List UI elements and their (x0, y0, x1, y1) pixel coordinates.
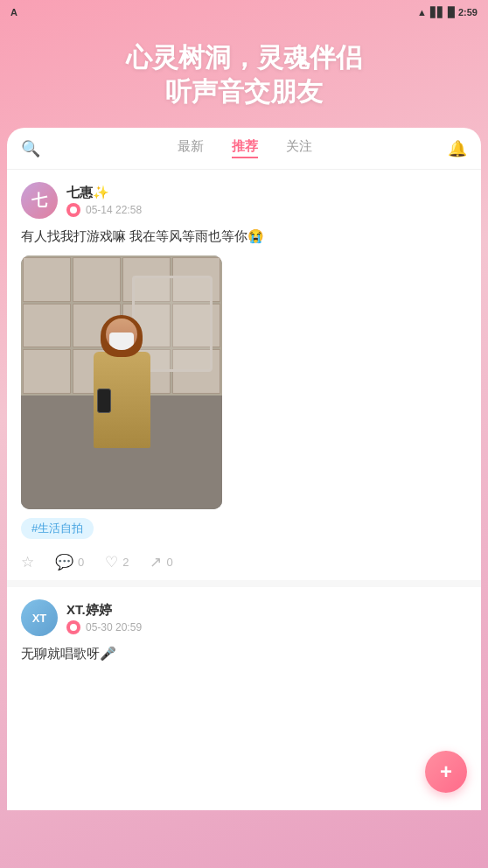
post-actions: 💬 0 2 0 (21, 548, 467, 571)
comment-count: 0 (78, 556, 84, 569)
signal-bars-icon: ▋▋ (430, 7, 444, 18)
post-timestamp: 05-14 22:58 (86, 204, 142, 216)
post-badge-icon-2 (66, 620, 80, 634)
avatar-2[interactable]: XT (21, 599, 58, 636)
main-card: 🔍 最新 推荐 关注 🔔 七 七惠✨ 05-14 22:58 有人找 (7, 128, 481, 810)
tabs-container: 最新 推荐 关注 (51, 138, 439, 158)
post-timestamp-row-2: 05-30 20:59 (66, 620, 467, 634)
post-username: 七惠✨ (66, 185, 467, 201)
share-count: 0 (166, 556, 172, 569)
post-username-2: XT.婷婷 (66, 602, 467, 619)
hero-section: 心灵树洞，灵魂伴侣 听声音交朋友 (0, 24, 488, 128)
like-count: 2 (122, 556, 129, 569)
share-button[interactable]: 0 (150, 553, 172, 571)
tab-bar: 🔍 最新 推荐 关注 🔔 (7, 128, 481, 170)
bookmark-button[interactable] (21, 553, 34, 571)
wifi-signal-icon: ▲ (417, 7, 427, 18)
post-timestamp-2: 05-30 20:59 (86, 621, 142, 634)
post-header-2: XT XT.婷婷 05-30 20:59 (21, 599, 467, 636)
heart-icon (105, 553, 118, 571)
notification-bell-icon[interactable]: 🔔 (448, 139, 467, 158)
avatar-image: 七 (21, 182, 58, 219)
post-item: 七 七惠✨ 05-14 22:58 有人找我打游戏嘛 我在等风等雨也等你😭 (7, 170, 481, 587)
compose-plus-icon: + (440, 760, 452, 784)
post-header: 七 七惠✨ 05-14 22:58 (21, 182, 467, 219)
avatar[interactable]: 七 (21, 182, 58, 219)
post-item-2: XT XT.婷婷 05-30 20:59 无聊就唱歌呀🎤 (7, 587, 481, 682)
bookmark-icon (21, 553, 34, 571)
post-photo (21, 256, 222, 509)
like-button[interactable]: 2 (105, 553, 129, 571)
post-content-2: 无聊就唱歌呀🎤 (21, 643, 467, 664)
post-meta: 七惠✨ 05-14 22:58 (66, 185, 467, 217)
tab-latest[interactable]: 最新 (178, 138, 204, 158)
app-label: A (10, 7, 17, 18)
clock: 2:59 (458, 7, 478, 18)
battery-icon: ▉ (448, 7, 455, 18)
avatar-image-2: XT (21, 599, 58, 636)
comment-icon: 💬 (55, 553, 73, 571)
compose-fab-button[interactable]: + (425, 751, 467, 793)
post-meta-2: XT.婷婷 05-30 20:59 (66, 602, 467, 634)
share-icon (150, 553, 162, 571)
post-tag[interactable]: #生活自拍 (21, 518, 94, 539)
post-image[interactable] (21, 256, 222, 509)
hero-title: 心灵树洞，灵魂伴侣 听声音交朋友 (17, 40, 471, 108)
comment-button[interactable]: 💬 0 (55, 553, 84, 571)
post-badge-icon (66, 203, 80, 217)
search-icon[interactable]: 🔍 (21, 139, 40, 158)
status-right: ▲ ▋▋ ▉ 2:59 (417, 7, 478, 18)
tab-recommend[interactable]: 推荐 (232, 138, 258, 158)
status-bar: A ▲ ▋▋ ▉ 2:59 (0, 0, 488, 24)
post-content: 有人找我打游戏嘛 我在等风等雨也等你😭 (21, 226, 467, 247)
tab-follow[interactable]: 关注 (286, 138, 312, 158)
post-timestamp-row: 05-14 22:58 (66, 203, 467, 217)
